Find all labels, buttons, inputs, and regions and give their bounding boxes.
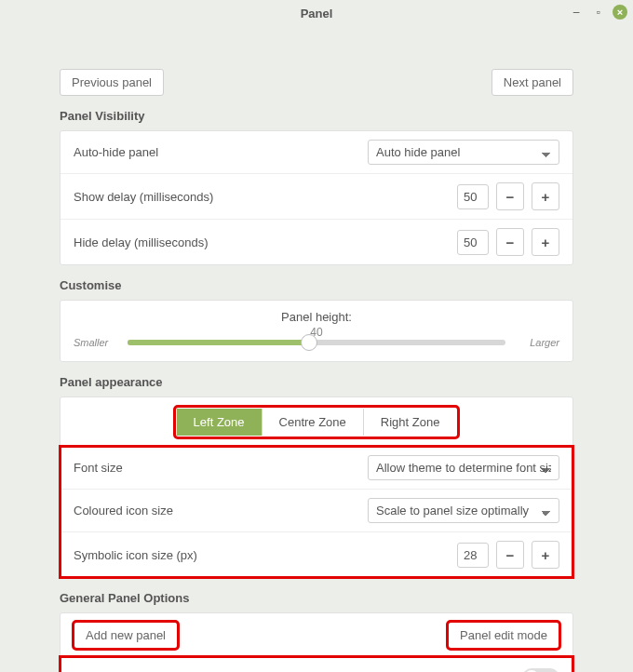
panel-nav: Previous panel Next panel — [60, 69, 573, 96]
general-buttons-row: Add new panel Panel edit mode — [61, 613, 572, 657]
content: Previous panel Next panel Panel Visibili… — [0, 26, 633, 672]
hide-delay-label: Hide delay (milliseconds) — [74, 235, 209, 249]
autohide-label: Auto-hide panel — [74, 145, 158, 159]
hide-delay-decrement[interactable]: − — [496, 228, 524, 256]
panel-height-slider[interactable] — [128, 340, 505, 345]
section-heading-customise: Customise — [60, 278, 573, 292]
section-heading-visibility: Panel Visibility — [60, 109, 573, 123]
window-controls: – ▫ × — [568, 4, 627, 20]
customise-panel: Panel height: 40 Smaller Larger — [60, 300, 573, 362]
font-size-row: Font size Allow theme to determine font … — [61, 447, 572, 489]
autohide-row: Auto-hide panel Auto hide panel — [61, 131, 572, 173]
maximize-button[interactable]: ▫ — [590, 4, 607, 20]
symbolic-icon-label: Symbolic icon size (px) — [74, 548, 197, 562]
minimize-button[interactable]: – — [568, 4, 585, 20]
tab-centre-zone[interactable]: Centre Zone — [262, 409, 363, 436]
symbolic-icon-input[interactable] — [457, 543, 489, 568]
panel-height-block: Panel height: 40 Smaller Larger — [61, 301, 572, 361]
autohide-select[interactable]: Auto hide panel — [368, 140, 559, 165]
coloured-icon-label: Coloured icon size — [74, 504, 173, 517]
symbolic-icon-row: Symbolic icon size (px) − + — [61, 531, 572, 577]
close-button[interactable]: × — [613, 5, 627, 20]
section-heading-general: General Panel Options — [60, 591, 573, 605]
hide-delay-input[interactable] — [457, 230, 489, 255]
titlebar: Panel – ▫ × — [0, 0, 633, 26]
font-size-select[interactable]: Allow theme to determine font size — [368, 455, 559, 480]
symbolic-icon-decrement[interactable]: − — [496, 541, 524, 569]
zone-tabs-wrap: Left Zone Centre Zone Right Zone — [61, 397, 572, 447]
show-delay-input[interactable] — [457, 184, 489, 209]
window-title: Panel — [301, 7, 333, 20]
appearance-fields-highlight: Font size Allow theme to determine font … — [61, 447, 572, 577]
panel-height-label: Panel height: — [74, 310, 559, 324]
slider-larger-label: Larger — [513, 337, 559, 348]
hide-delay-increment[interactable]: + — [532, 228, 559, 256]
font-size-label: Font size — [74, 461, 123, 475]
slider-thumb[interactable] — [301, 334, 317, 351]
general-panel: Add new panel Panel edit mode Allow the … — [60, 612, 573, 672]
previous-panel-button[interactable]: Previous panel — [60, 69, 164, 96]
coloured-icon-row: Coloured icon size Scale to panel size o… — [61, 489, 572, 531]
show-delay-decrement[interactable]: − — [496, 182, 524, 210]
appearance-panel: Left Zone Centre Zone Right Zone Font si… — [60, 396, 573, 578]
coloured-icon-select[interactable]: Scale to panel size optimally — [368, 498, 559, 523]
visibility-panel: Auto-hide panel Auto hide panel Show del… — [60, 130, 573, 265]
next-panel-button[interactable]: Next panel — [492, 69, 573, 96]
show-delay-label: Show delay (milliseconds) — [74, 190, 213, 204]
tab-left-zone[interactable]: Left Zone — [177, 409, 262, 436]
zone-tabs: Left Zone Centre Zone Right Zone — [175, 407, 459, 437]
slider-smaller-label: Smaller — [74, 337, 120, 348]
tab-right-zone[interactable]: Right Zone — [363, 409, 457, 436]
show-delay-increment[interactable]: + — [532, 182, 559, 210]
panel-edit-mode-button[interactable]: Panel edit mode — [448, 622, 559, 649]
symbolic-icon-increment[interactable]: + — [532, 541, 559, 569]
hide-delay-row: Hide delay (milliseconds) − + — [61, 219, 572, 264]
slider-fill — [128, 340, 309, 345]
pass-through-row: Allow the pointer to pass through the ed… — [61, 657, 572, 672]
add-new-panel-button[interactable]: Add new panel — [74, 622, 178, 649]
pass-through-toggle[interactable]: × — [522, 668, 559, 673]
section-heading-appearance: Panel appearance — [60, 375, 573, 389]
show-delay-row: Show delay (milliseconds) − + — [61, 173, 572, 219]
